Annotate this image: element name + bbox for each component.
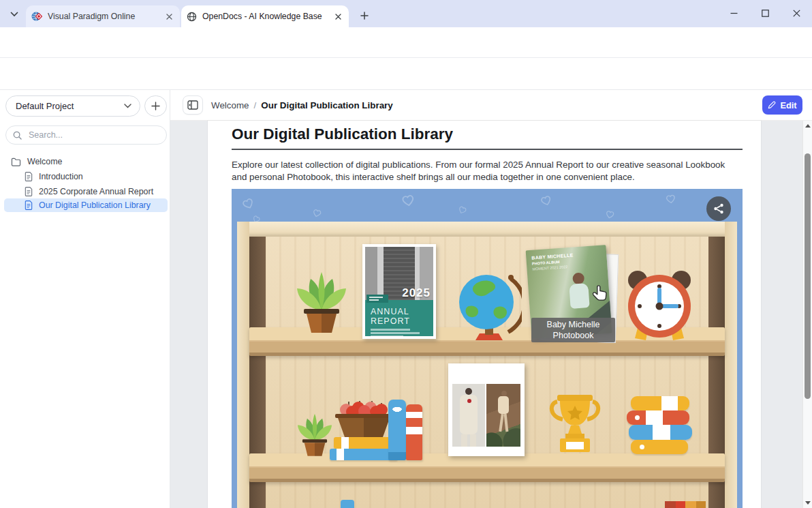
- sidebar-item-publication-library[interactable]: Our Digital Publication Library: [4, 198, 168, 212]
- document-page: Our Digital Publication Library Explore …: [208, 121, 761, 508]
- globe-favicon-icon: [187, 12, 197, 22]
- scrollbar-up-arrow[interactable]: [805, 124, 811, 128]
- breadcrumb-current: Our Digital Publication Library: [261, 100, 392, 110]
- report-logo-badge: [366, 295, 388, 303]
- project-select-value: Default Project: [16, 101, 124, 111]
- lookbook-photo-right: [486, 384, 520, 447]
- report-year: 2025: [402, 286, 431, 300]
- succulent-plant: [290, 268, 353, 333]
- tab-opendocs[interactable]: OpenDocs - AI Knowledge Base: [181, 5, 349, 27]
- plus-icon: [360, 12, 369, 20]
- add-document-button[interactable]: [144, 95, 167, 117]
- heart-doodle-icon: [456, 204, 469, 216]
- edit-button[interactable]: Edit: [762, 95, 802, 115]
- stacked-book-blue: [330, 449, 398, 460]
- heart-doodle-icon: [664, 192, 677, 205]
- page-title: Our Digital Publication Library: [232, 125, 453, 143]
- window-minimize-button[interactable]: [719, 0, 748, 26]
- search-input[interactable]: [27, 130, 146, 140]
- photobook-cover-caption: MOMENT 2021 2022: [532, 265, 567, 271]
- item-label: 2025 Corporate Annual Report: [39, 187, 153, 196]
- photobook-child-dress: [569, 283, 589, 309]
- breadcrumb: Welcome / Our Digital Publication Librar…: [211, 90, 393, 120]
- bottom-shelf-book: [341, 500, 354, 508]
- visual-paradigm-favicon-icon: [31, 11, 42, 22]
- tab-strip: Visual Paradigm Online OpenDocs - AI Kno…: [0, 0, 812, 27]
- shelf-board-2: [249, 453, 725, 482]
- heart-doodle-icon: [604, 209, 616, 220]
- chevron-down-icon: [124, 104, 131, 108]
- photobook-cover-title: BABY MICHELLE: [531, 252, 574, 260]
- globe: [456, 268, 522, 342]
- window-maximize-button[interactable]: [751, 0, 779, 26]
- hand-cursor-icon: [591, 284, 610, 305]
- breadcrumb-bar: Welcome / Our Digital Publication Librar…: [170, 90, 812, 121]
- edit-label: Edit: [780, 100, 796, 110]
- sidebar-search[interactable]: [5, 125, 167, 145]
- tab-close-icon[interactable]: [163, 11, 174, 22]
- bookshelf-illustration[interactable]: 2025 ANNUAL REPORT: [232, 189, 743, 508]
- shelf-frame-left: [237, 222, 249, 508]
- heart-doodle-icon: [239, 195, 257, 212]
- photobook-tooltip: Baby Michelle Photobook: [531, 318, 615, 342]
- sidebar-folder-welcome[interactable]: Welcome: [11, 155, 165, 168]
- app-header: OpenDocs Powered by Visual Paradigm Shar…: [0, 58, 812, 90]
- annual-report-book[interactable]: 2025 ANNUAL REPORT: [362, 244, 436, 339]
- vertical-book-red: [406, 404, 422, 460]
- window-close-button[interactable]: [782, 0, 811, 26]
- image-share-button[interactable]: [706, 196, 731, 221]
- horizontal-book-stack: [627, 396, 692, 456]
- stacked-book-yellow: [334, 437, 395, 449]
- heart-doodle-icon: [311, 207, 323, 218]
- sidebar-toggle-button[interactable]: [183, 95, 203, 115]
- document-icon: [25, 187, 33, 196]
- item-label: Our Digital Publication Library: [39, 200, 151, 210]
- report-text-line: [371, 332, 420, 334]
- report-cover-bottom: ANNUAL REPORT: [365, 300, 433, 336]
- item-label: Introduction: [39, 172, 83, 181]
- report-text-line: [371, 335, 403, 338]
- folder-label: Welcome: [27, 157, 62, 166]
- tab-title: OpenDocs - AI Knowledge Base: [202, 12, 327, 21]
- scrollbar-thumb[interactable]: [805, 153, 811, 399]
- heart-doodle-icon: [538, 192, 554, 207]
- document-icon: [25, 200, 33, 210]
- project-select[interactable]: Default Project: [5, 95, 140, 117]
- sidebar-item-introduction[interactable]: Introduction: [25, 170, 165, 183]
- folder-icon: [11, 158, 21, 166]
- scrollbar[interactable]: [802, 121, 812, 508]
- browser-window: Visual Paradigm Online OpenDocs - AI Kno…: [0, 0, 812, 508]
- trophy: [548, 391, 602, 456]
- title-rule: [232, 149, 743, 150]
- photobook[interactable]: BABY MICHELLE PHOTO ALBUM MOMENT 2021 20…: [529, 246, 619, 346]
- tab-title: Visual Paradigm Online: [48, 12, 158, 21]
- sidebar: Default Project Welcome Introduction: [0, 90, 170, 508]
- report-title: ANNUAL REPORT: [371, 307, 410, 326]
- alarm-clock: [623, 265, 696, 342]
- shelf-frame-top: [237, 222, 737, 237]
- lookbook-photo-left: [452, 384, 485, 447]
- browser-toolbar: ai-toolbox.visual-paradigm.com/app/opend…: [0, 27, 812, 58]
- tab-search-button[interactable]: [5, 6, 23, 23]
- document-icon: [25, 172, 33, 181]
- chevron-down-icon: [10, 12, 18, 17]
- new-tab-button[interactable]: [356, 7, 373, 25]
- page-paragraph: Explore our latest collection of digital…: [232, 159, 743, 183]
- sidebar-item-annual-report[interactable]: 2025 Corporate Annual Report: [25, 185, 165, 198]
- tab-close-icon[interactable]: [332, 11, 343, 22]
- tab-visual-paradigm[interactable]: Visual Paradigm Online: [26, 5, 180, 27]
- lookbook-magazine[interactable]: [448, 363, 525, 456]
- pencil-icon: [768, 101, 776, 109]
- heart-doodle-icon: [399, 192, 416, 208]
- search-icon: [13, 131, 22, 140]
- breadcrumb-parent[interactable]: Welcome: [211, 100, 249, 110]
- breadcrumb-separator: /: [254, 100, 257, 110]
- bottom-shelf-books: [665, 501, 708, 508]
- report-text-line: [371, 329, 410, 331]
- shelf-frame-right: [725, 222, 737, 508]
- apple-basket: [332, 398, 395, 440]
- content-area: Our Digital Publication Library Explore …: [170, 121, 802, 508]
- vertical-book-blue: [388, 400, 406, 460]
- scrollbar-down-arrow[interactable]: [805, 501, 811, 505]
